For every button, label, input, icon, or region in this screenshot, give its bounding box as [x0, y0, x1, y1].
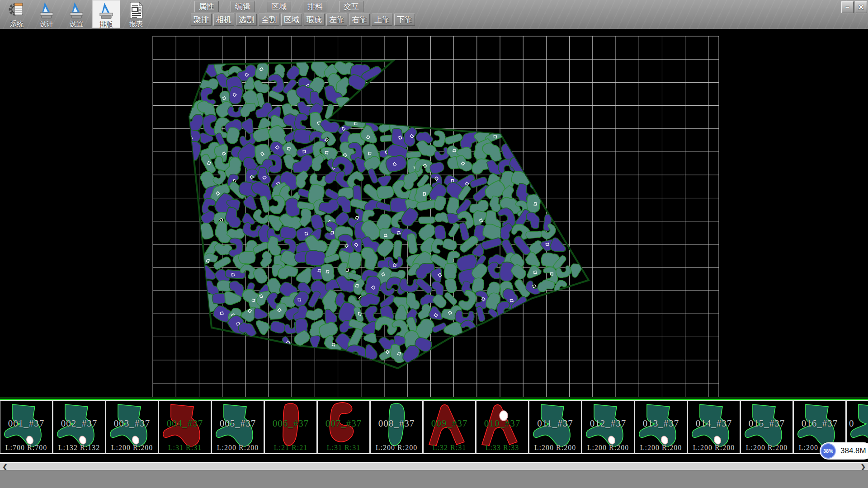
- tool-button-8[interactable]: 右靠: [349, 14, 370, 26]
- horizontal-scrollbar[interactable]: ❮ ❯: [0, 462, 868, 470]
- close-button[interactable]: ✕: [855, 1, 867, 13]
- pattern-thumbnail-8[interactable]: 008_#37L:200 R:200: [370, 400, 423, 454]
- tool-button-7[interactable]: 左靠: [326, 14, 347, 26]
- menu-tab-1[interactable]: 属性: [194, 1, 219, 12]
- pattern-thumbnail-5[interactable]: 005_#37L:200 R:200: [212, 400, 264, 454]
- progress-percent-badge: 38%: [821, 443, 836, 459]
- nested-piece[interactable]: [240, 103, 257, 117]
- tool-button-1[interactable]: 聚排: [191, 14, 212, 26]
- nested-piece[interactable]: [349, 252, 362, 269]
- pattern-filmstrip: 001_#37L:700 R:700002_#37L:132 R:132003_…: [0, 399, 868, 454]
- pattern-shape-blob: [371, 401, 422, 453]
- nested-piece[interactable]: [292, 155, 314, 173]
- pattern-thumbnail-11[interactable]: 011_#37L:200 R:200: [529, 400, 582, 454]
- main-button-label: 报表: [129, 20, 143, 28]
- main-button-system[interactable]: 系统: [3, 0, 31, 28]
- tool-button-10[interactable]: 下靠: [394, 14, 415, 26]
- pattern-shape-boot: [529, 401, 581, 453]
- pattern-shape-boot: [159, 401, 211, 453]
- nesting-canvas-svg: [0, 29, 868, 399]
- pattern-thumbnail-12[interactable]: 012_#37L:200 R:200: [582, 400, 635, 454]
- pattern-shape-ashape: [476, 401, 528, 453]
- pattern-shape-boot: [0, 401, 52, 453]
- pattern-thumbnail-14[interactable]: 014_#37L:200 R:200: [688, 400, 741, 454]
- nesting-canvas[interactable]: [0, 29, 868, 399]
- tool-button-6[interactable]: 瑕疵: [304, 14, 325, 26]
- main-button-label: 排版: [99, 20, 113, 29]
- nested-piece[interactable]: [433, 224, 447, 240]
- menu-tab-3[interactable]: 区域: [267, 1, 291, 12]
- pattern-shape-boot: [688, 401, 740, 453]
- pattern-shape-boot: [212, 401, 264, 453]
- nested-piece[interactable]: [183, 113, 205, 133]
- main-button-label: 设置: [70, 20, 83, 28]
- nested-piece[interactable]: [364, 333, 377, 343]
- tool-button-9[interactable]: 上靠: [372, 14, 392, 26]
- nested-piece[interactable]: [472, 305, 489, 323]
- nested-piece[interactable]: [442, 238, 458, 251]
- main-button-nesting[interactable]: 排版: [92, 0, 120, 28]
- nested-piece[interactable]: [375, 237, 396, 258]
- scroll-right-icon[interactable]: ❯: [859, 463, 867, 470]
- scroll-left-icon[interactable]: ❮: [1, 463, 9, 470]
- main-button-label: 设计: [40, 20, 53, 28]
- pattern-shape-blob: [265, 401, 316, 453]
- main-button-design[interactable]: 设计: [33, 0, 61, 28]
- nested-piece[interactable]: [527, 195, 540, 213]
- pattern-shape-ashape: [424, 401, 475, 453]
- pattern-shape-boot: [635, 401, 687, 453]
- nested-piece[interactable]: [431, 281, 444, 296]
- report-icon: [128, 1, 144, 19]
- memory-usage-label: 384.8M: [840, 446, 866, 455]
- nesting-icon: [98, 2, 114, 20]
- design-icon: [38, 1, 55, 19]
- minimize-button[interactable]: –: [841, 1, 854, 13]
- main-button-label: 系统: [10, 20, 24, 28]
- pattern-shape-boot: [582, 401, 634, 453]
- system-icon: [9, 1, 25, 19]
- pattern-thumbnail-7[interactable]: 007_#37L:31 R:31: [317, 400, 370, 454]
- nested-piece[interactable]: [305, 250, 326, 266]
- pattern-thumbnail-13[interactable]: 013_#37L:200 R:200: [635, 400, 688, 454]
- pattern-shape-cshape: [318, 401, 369, 453]
- memory-overlay: 38% 384.8M: [820, 442, 868, 460]
- tool-button-5[interactable]: 区域: [281, 14, 302, 26]
- pattern-thumbnail-15[interactable]: 015_#37L:200 R:200: [741, 400, 793, 454]
- menu-tab-row: 属性编辑区域排料交互: [194, 1, 375, 13]
- nested-piece[interactable]: [184, 130, 200, 142]
- main-button-settings[interactable]: 设置: [62, 0, 90, 28]
- pattern-thumbnail-3[interactable]: 003_#37L:200 R:200: [106, 400, 159, 454]
- nested-piece[interactable]: [444, 263, 457, 280]
- status-bar: [0, 470, 868, 488]
- pattern-thumbnail-1[interactable]: 001_#37L:700 R:700: [0, 400, 53, 454]
- menu-tab-5[interactable]: 交互: [339, 1, 363, 12]
- pattern-thumbnail-9[interactable]: 009_#37L:32 R:31: [423, 400, 476, 454]
- nested-piece[interactable]: [252, 307, 269, 321]
- tool-button-3[interactable]: 选割: [236, 14, 257, 26]
- nested-piece[interactable]: [376, 185, 395, 200]
- pattern-shape-boot: [741, 401, 793, 453]
- menu-tab-4[interactable]: 排料: [303, 1, 327, 12]
- pattern-shape-boot: [53, 401, 105, 453]
- nested-piece[interactable]: [432, 130, 446, 148]
- tool-button-2[interactable]: 相机: [213, 14, 234, 26]
- pattern-thumbnail-6[interactable]: 006_#37L:21 R:21: [264, 400, 317, 454]
- tool-button-4[interactable]: 全割: [259, 14, 279, 26]
- application-window: 系统 设计 设置: [0, 0, 868, 488]
- nested-piece[interactable]: [269, 320, 286, 334]
- nested-piece[interactable]: [525, 212, 540, 229]
- pattern-shape-boot: [106, 401, 158, 453]
- pattern-thumbnail-10[interactable]: 010_#37L:33 R:33: [476, 400, 529, 454]
- main-button-report[interactable]: 报表: [122, 0, 150, 28]
- nested-piece[interactable]: [524, 263, 542, 281]
- nested-piece[interactable]: [514, 236, 531, 255]
- pattern-thumbnail-4[interactable]: 004_#37L:31 R:31: [159, 400, 212, 454]
- nested-pieces-group: [183, 55, 582, 366]
- nested-piece[interactable]: [444, 277, 458, 294]
- toolbar: 系统 设计 设置: [0, 0, 868, 29]
- tool-button-row: 聚排相机选割全割区域瑕疵左靠右靠上靠下靠: [191, 14, 417, 26]
- pattern-thumbnail-2[interactable]: 002_#37L:132 R:132: [53, 400, 106, 454]
- settings-icon: [68, 1, 85, 19]
- nested-piece[interactable]: [238, 250, 256, 265]
- menu-tab-2[interactable]: 编辑: [231, 1, 255, 12]
